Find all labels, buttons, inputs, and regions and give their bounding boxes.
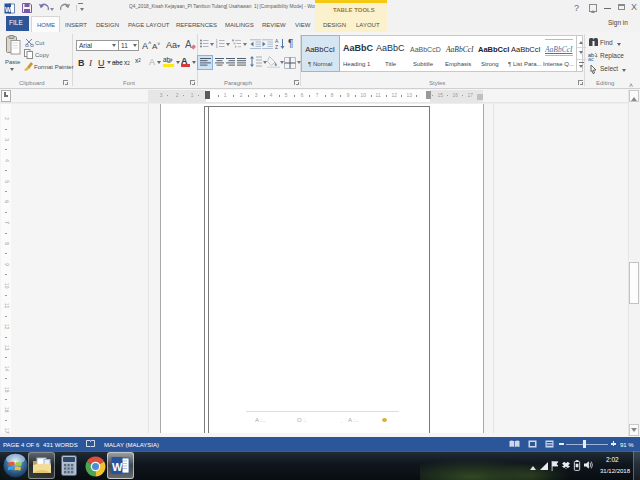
- svg-text:Z: Z: [275, 44, 278, 50]
- svg-text:W: W: [5, 6, 12, 13]
- svg-text:W: W: [112, 461, 123, 473]
- svg-text:3: 3: [216, 45, 218, 48]
- svg-text:ac: ac: [588, 56, 594, 61]
- svg-text:A: A: [185, 39, 192, 50]
